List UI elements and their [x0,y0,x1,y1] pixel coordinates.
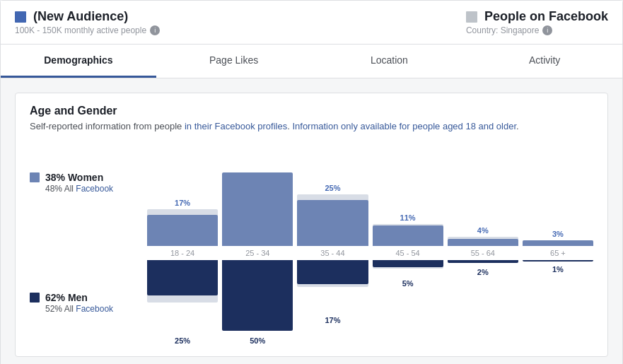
header: (New Audience) 100K - 150K monthly activ… [1,1,622,45]
facebook-subtitle: Country: Singapore i [466,25,552,35]
facebook-info-icon[interactable]: i [542,25,552,35]
bars-section: 17%40%25%11%4%3% 18 - 2425 - 3435 - 4445… [147,147,593,345]
men-pct-3: 5% [402,279,414,288]
men-legend-label: 62% Men [30,292,136,303]
age-label-0: 18 - 24 [147,246,218,260]
men-color-square [30,293,40,303]
men-bar-fg-5 [523,260,593,262]
women-bar-fg-0 [147,215,218,246]
chart-area: 38% Women 48% All Facebook 62% Men 52% A… [30,147,593,345]
tab-demographics[interactable]: Demographics [1,45,156,78]
women-legend: 38% Women 48% All Facebook [30,172,136,194]
women-pct-0: 17% [175,199,190,207]
men-bar-outer-5 [523,260,593,262]
women-pct-2: 25% [325,184,340,192]
facebook-section: People on Facebook Country: Singapore i [466,9,608,35]
women-bar-outer-2 [297,194,368,246]
age-label-3: 45 - 54 [373,246,443,260]
men-bar-outer-0 [147,260,218,292]
men-facebook-sub: 52% All Facebook [30,304,136,314]
audience-color-square [15,11,26,23]
men-pct-2: 17% [325,316,340,324]
women-bar-fg-2 [297,200,368,246]
women-label-text: 38% Women [45,172,103,183]
men-col-3: 5% [373,260,443,345]
men-sub-text: 52% All [45,304,76,314]
men-bar-outer-2 [297,260,368,287]
women-bar-outer-3 [373,224,443,246]
age-label-4: 55 - 64 [448,246,518,260]
desc-highlight-1: in their Facebook profiles [185,121,287,131]
tab-activity[interactable]: Activity [467,45,622,78]
women-pct-5: 3% [552,230,564,238]
women-bar-fg-1 [222,172,293,246]
age-label-5: 65 + [523,246,593,260]
women-bar-outer-0 [147,209,218,246]
men-bar-fg-4 [448,260,518,263]
desc-text-3: . [516,121,519,131]
audience-subtitle: 100K - 150K monthly active people i [15,25,160,35]
section-title: Age and Gender [30,105,593,117]
men-pct-5: 1% [552,265,564,274]
facebook-title-text: People on Facebook [484,9,608,24]
men-pct-4: 2% [477,268,489,276]
men-bar-fg-0 [147,260,218,295]
women-fb-highlight: Facebook [76,184,113,194]
men-col-5: 1% [523,260,593,345]
facebook-subtitle-text: Country: Singapore [466,25,539,35]
men-col-0: 25% [147,260,218,345]
women-bar-fg-3 [373,225,443,246]
women-facebook-sub: 48% All Facebook [30,184,136,194]
women-col-45-54: 11% [373,147,443,246]
men-bar-outer-3 [373,260,443,269]
women-col-18-24: 17% [147,147,218,246]
women-bars-row: 17%40%25%11%4%3% [147,147,593,246]
women-bar-outer-5 [523,240,593,246]
age-label-1: 25 - 34 [222,246,293,260]
tab-page-likes[interactable]: Page Likes [156,45,312,78]
men-fb-highlight: Facebook [76,304,113,314]
men-label-text: 62% Men [45,292,88,303]
men-bars-row: 25%50%17%5%2%1% [147,260,593,345]
chart-legend: 38% Women 48% All Facebook 62% Men 52% A… [30,147,136,345]
men-bar-fg-3 [373,260,443,267]
men-col-1: 50% [222,260,293,345]
desc-text-1: Self-reported information from people [30,121,185,131]
men-bar-fg-1 [222,260,293,331]
desc-highlight-2: Information only available for people ag… [292,121,516,131]
women-col-25-34: 40% [222,147,293,246]
women-bar-fg-5 [523,240,593,246]
age-label-2: 35 - 44 [297,246,368,260]
women-color-square [30,172,40,182]
women-sub-text: 48% All [45,184,76,194]
women-pct-4: 4% [477,226,489,235]
men-col-4: 2% [448,260,518,345]
men-col-2: 17% [297,260,368,345]
men-pct-1: 50% [250,336,265,345]
age-labels-row: 18 - 2425 - 3435 - 4445 - 5455 - 6465 + [147,246,593,260]
men-bar-fg-2 [297,260,368,284]
women-pct-3: 11% [400,213,416,222]
women-bar-fg-4 [448,239,518,246]
facebook-color-square [466,11,477,23]
men-bar-outer-1 [222,260,293,275]
audience-title-text: (New Audience) [33,9,128,24]
women-legend-label: 38% Women [30,172,136,183]
women-col-55-64: 4% [448,147,518,246]
content-area: Age and Gender Self-reported information… [1,78,622,364]
women-col-35-44: 25% [297,147,368,246]
women-col-65+: 3% [523,147,593,246]
audience-info-icon[interactable]: i [150,25,160,35]
age-gender-section: Age and Gender Self-reported information… [15,93,608,357]
men-legend: 62% Men 52% All Facebook [30,292,136,314]
women-bar-outer-4 [448,237,518,246]
men-bar-outer-4 [448,260,518,263]
tab-bar: Demographics Page Likes Location Activit… [1,45,622,78]
section-description: Self-reported information from people in… [30,120,593,133]
main-container: (New Audience) 100K - 150K monthly activ… [0,0,623,364]
women-bar-outer-1 [222,187,293,246]
tab-location[interactable]: Location [312,45,467,78]
men-pct-0: 25% [175,336,190,345]
audience-section: (New Audience) 100K - 150K monthly activ… [15,9,160,35]
audience-subtitle-text: 100K - 150K monthly active people [15,25,146,35]
